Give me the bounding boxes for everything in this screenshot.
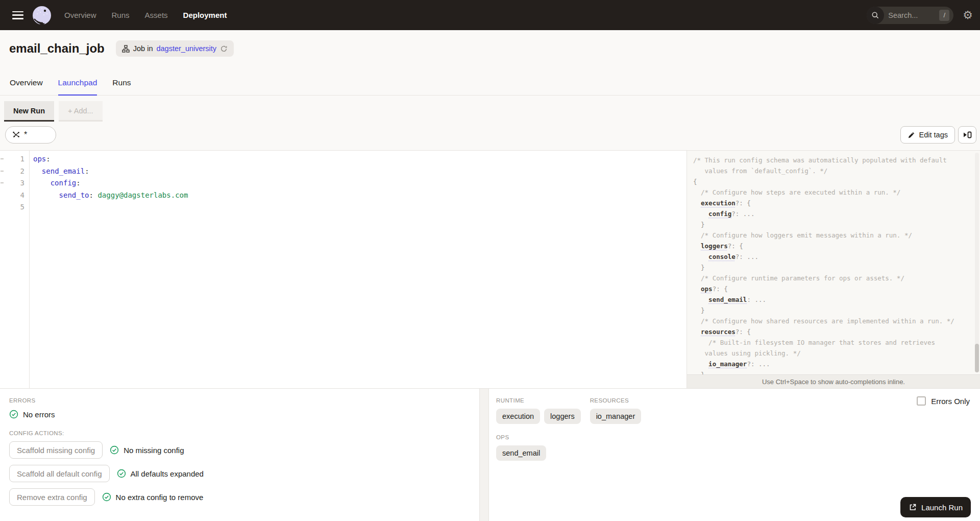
config-action-row: Scaffold missing configNo missing config (9, 441, 470, 459)
schema-token: : ... (747, 296, 766, 303)
status-text: All defaults expanded (131, 469, 204, 478)
search-icon (867, 7, 884, 24)
schema-token (693, 306, 701, 314)
schema-line: /* Configure how steps are executed with… (693, 187, 972, 198)
schema-token: } (701, 264, 705, 271)
schema-token (693, 274, 701, 282)
schema-key: send_email (708, 296, 747, 303)
schema-line: config?: ... (693, 208, 972, 219)
chip-execution[interactable]: execution (496, 409, 540, 424)
nav-item-overview[interactable]: Overview (64, 11, 96, 19)
schema-comment: /* Configure how steps are executed with… (701, 188, 900, 196)
code-token: : (76, 179, 80, 187)
reload-icon[interactable] (220, 45, 228, 53)
group-ops: OPSsend_email (496, 434, 973, 461)
search-input[interactable]: Search... / (867, 7, 953, 24)
schema-token (693, 210, 708, 218)
op-selector-input[interactable]: * (5, 126, 56, 144)
schema-token: ?: ... (731, 210, 754, 218)
tab-launchpad[interactable]: Launchpad (58, 75, 97, 96)
chip-send_email[interactable]: send_email (496, 445, 546, 461)
schema-scrollbar-thumb[interactable] (975, 344, 979, 372)
nav-item-deployment[interactable]: Deployment (183, 11, 227, 19)
schema-token (693, 221, 701, 228)
launch-run-button[interactable]: Launch Run (900, 497, 971, 517)
check-circle-icon (110, 445, 119, 455)
schema-token (693, 317, 701, 325)
gear-icon[interactable]: ⚙ (963, 10, 973, 21)
schema-line: /* Configure how loggers emit messages w… (693, 230, 972, 241)
chip-row: executionloggers (496, 409, 581, 424)
launch-icon (909, 503, 917, 511)
schema-key: io_manager (708, 360, 747, 368)
dagster-logo-icon[interactable] (32, 5, 52, 26)
schema-token (693, 296, 708, 303)
group-runtime: RUNTIMEexecutionloggers (496, 397, 581, 434)
errors-only-label: Errors Only (931, 397, 970, 406)
schema-line: } (693, 219, 972, 230)
schema-line: execution?: { (693, 198, 972, 208)
editor-line: send_email: (33, 165, 684, 178)
editor-line: config: (33, 177, 684, 190)
repo-link[interactable]: dagster_university (156, 44, 216, 53)
schema-key: execution (701, 199, 736, 207)
launch-run-label: Launch Run (921, 503, 963, 512)
remove-extra-config-button[interactable]: Remove extra config (9, 488, 95, 506)
scaffold-missing-config-button[interactable]: Scaffold missing config (9, 441, 103, 459)
schema-token (693, 360, 708, 368)
chip-io_manager[interactable]: io_manager (590, 409, 642, 424)
schema-token: ?: { (713, 285, 728, 293)
check-circle-icon (102, 492, 111, 502)
panel-splitter-handle[interactable] (479, 389, 489, 521)
schema-scrollbar-track[interactable] (975, 153, 979, 372)
schema-token (693, 328, 701, 336)
errors-and-actions-panel: ERRORS No errors CONFIG ACTIONS: Scaffol… (0, 389, 479, 521)
schema-token: ?: { (736, 199, 751, 207)
editor-code[interactable]: ops:send_email:config:send_to: daggy@dag… (33, 153, 684, 214)
schema-line: console?: ... (693, 251, 972, 262)
edit-tags-button[interactable]: Edit tags (900, 126, 955, 144)
nav-item-runs[interactable]: Runs (112, 11, 130, 19)
config-action-row: Remove extra configNo extra config to re… (9, 488, 470, 506)
page-tabs: OverviewLaunchpadRuns (0, 75, 980, 96)
schema-key: resources (701, 328, 736, 336)
schema-token: ?: ... (736, 253, 758, 260)
schema-comment: /* This run config schema was automatica… (693, 156, 947, 164)
config-action-status: No missing config (110, 445, 184, 455)
nav-item-assets[interactable]: Assets (145, 11, 168, 19)
job-graph-icon (122, 45, 130, 53)
chip-loggers[interactable]: loggers (544, 409, 581, 424)
check-circle-icon (9, 410, 18, 419)
tab-overview[interactable]: Overview (10, 75, 43, 96)
config-editor[interactable]: 12345 ops:send_email:config:send_to: dag… (0, 150, 687, 388)
tab-add-session[interactable]: + Add... (59, 101, 103, 122)
config-actions-label: CONFIG ACTIONS: (9, 430, 470, 436)
tab-runs[interactable]: Runs (112, 75, 131, 96)
schema-token (693, 253, 708, 260)
schema-comment: /* Configure runtime parameters for ops … (701, 274, 904, 282)
schema-line: loggers?: { (693, 241, 972, 251)
schema-line: /* Configure how shared resources are im… (693, 316, 972, 326)
run-scope-panel: RUNTIMEexecutionloggersRESOURCESio_manag… (489, 389, 980, 521)
op-selector-value: * (24, 130, 27, 139)
errors-only-checkbox[interactable] (917, 396, 926, 406)
line-number: 4 (0, 190, 24, 202)
schema-line: resources?: { (693, 326, 972, 337)
config-action-status: No extra config to remove (102, 492, 204, 502)
code-token: daggy@dagsterlabs.com (93, 191, 188, 199)
expand-panel-button[interactable] (958, 126, 976, 144)
config-action-row: Scaffold all default configAll defaults … (9, 465, 470, 482)
schema-token (693, 231, 701, 239)
schema-comment: /* Configure how shared resources are im… (701, 317, 954, 325)
hamburger-menu-icon[interactable] (12, 11, 23, 19)
editor-line-numbers: 12345 (0, 153, 24, 214)
line-number: 3 (0, 177, 24, 190)
tab-new-run[interactable]: New Run (4, 101, 54, 122)
schema-line: /* This run config schema was automatica… (693, 155, 972, 165)
schema-token (693, 188, 701, 196)
scaffold-all-default-config-button[interactable]: Scaffold all default config (9, 465, 110, 482)
schema-key: ops (701, 285, 713, 293)
schema-key: config (708, 210, 731, 218)
status-text: No extra config to remove (116, 493, 204, 502)
code-token: config (51, 179, 77, 187)
